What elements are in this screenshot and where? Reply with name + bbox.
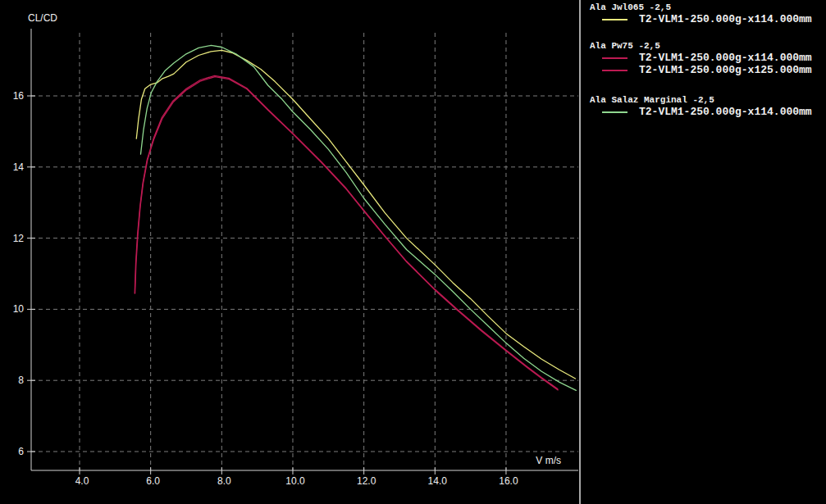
- xflr5-polar-view: 4.06.08.010.012.014.016.06810121416CL/CD…: [0, 0, 826, 504]
- polar-curve[interactable]: [136, 50, 575, 379]
- legend-item-label: T2-VLM1-250.000g-x114.000mm: [639, 13, 812, 25]
- legend-line-sample: [602, 57, 627, 59]
- legend-item: T2-VLM1-250.000g-x114.000mm: [581, 106, 826, 118]
- legend-group-salaz-marginal: Ala Salaz Marginal -2,5 T2-VLM1-250.000g…: [581, 94, 826, 118]
- y-tick-label: 14: [13, 161, 25, 173]
- legend-item: T2-VLM1-250.000g-x125.000mm: [581, 64, 826, 76]
- legend-line-sample: [602, 19, 627, 20]
- legend-item-label: T2-VLM1-250.000g-x114.000mm: [639, 106, 812, 118]
- x-tick-label: 10.0: [285, 475, 305, 487]
- y-tick-label: 10: [13, 303, 25, 315]
- x-tick-label: 6.0: [146, 475, 160, 487]
- legend-panel: Ala Jwl065 -2,5 T2-VLM1-250.000g-x114.00…: [581, 0, 826, 504]
- y-tick-label: 12: [13, 233, 25, 244]
- x-tick-label: 8.0: [217, 475, 231, 487]
- polar-graph[interactable]: 4.06.08.010.012.014.016.06810121416CL/CD…: [0, 0, 579, 504]
- legend-line-sample: [602, 111, 627, 113]
- legend-group-jwl065: Ala Jwl065 -2,5 T2-VLM1-250.000g-x114.00…: [581, 2, 826, 25]
- polar-graph-canvas[interactable]: 4.06.08.010.012.014.016.06810121416CL/CD…: [0, 0, 579, 504]
- y-axis-title: CL/CD: [28, 12, 57, 24]
- x-tick-label: 14.0: [428, 475, 448, 487]
- legend-line-sample: [602, 70, 627, 71]
- x-axis-title: V m/s: [536, 455, 561, 466]
- legend-group-pw75: Ala Pw75 -2,5 T2-VLM1-250.000g-x114.000m…: [581, 40, 826, 76]
- x-tick-label: 12.0: [357, 475, 376, 487]
- y-tick-label: 8: [18, 375, 24, 386]
- legend-item: T2-VLM1-250.000g-x114.000mm: [581, 52, 826, 64]
- polar-curve[interactable]: [141, 45, 577, 390]
- legend-group-title: Ala Jwl065 -2,5: [581, 2, 826, 13]
- legend-item: T2-VLM1-250.000g-x114.000mm: [581, 13, 826, 25]
- y-tick-label: 16: [13, 90, 25, 102]
- y-tick-label: 6: [18, 446, 24, 457]
- x-tick-label: 4.0: [75, 475, 89, 487]
- legend-group-title: Ala Salaz Marginal -2,5: [581, 94, 826, 106]
- legend-item-label: T2-VLM1-250.000g-x114.000mm: [639, 52, 812, 64]
- polar-curve[interactable]: [135, 77, 559, 390]
- x-tick-label: 16.0: [499, 475, 518, 487]
- legend-item-label: T2-VLM1-250.000g-x125.000mm: [639, 64, 812, 76]
- legend-group-title: Ala Pw75 -2,5: [581, 40, 826, 52]
